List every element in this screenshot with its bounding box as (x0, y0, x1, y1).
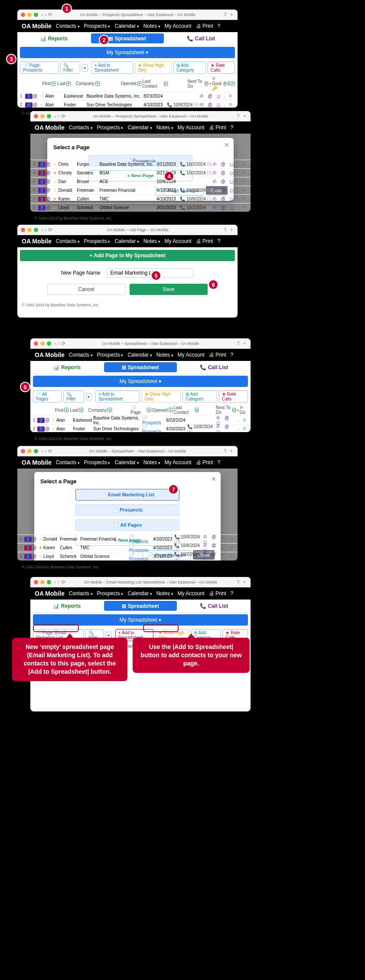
step-6: 6 (208, 279, 218, 290)
hint-left: New ‘empty’ spreadsheet page (Email Mark… (12, 638, 127, 681)
table-row[interactable]: 8👤@☆LloydSchenckOrbital Science3/21/2023… (30, 203, 251, 212)
new-page-label: New Page Name (61, 270, 101, 276)
grid-rows: 1👤@☆AlanEastwoodBaseline Data Systems, I… (17, 92, 238, 108)
step-3: 3 (6, 54, 16, 64)
close-icon[interactable]: ✕ (211, 475, 216, 482)
tab-reports[interactable]: 📊 Reports (17, 32, 91, 45)
modal-opt-allpages[interactable]: 📄 All Pages (75, 519, 179, 531)
my-spreadsheet-bar[interactable]: My Spreadsheet ▾ (33, 376, 248, 387)
modal-title: Select a Page (40, 478, 215, 485)
col-dollar[interactable]: $ (227, 81, 230, 86)
window-title: OA Mobile – Spreadsheet – Alan Eastwood … (65, 341, 236, 346)
table-row[interactable]: 7👤@★KarenCullenTMC📄 Prospects4/10/2023📞 … (17, 543, 238, 552)
grid-header: First Last Company 📄 Page Opened Last Co… (30, 404, 251, 416)
add-category-button[interactable]: ⊞ Add Category (173, 62, 206, 74)
tab-calllist[interactable]: 📞 Call List (177, 600, 251, 612)
window-title: OA Mobile – Prospects Spreadsheet – Alan… (65, 114, 236, 118)
toolbar: 📄 Page: Prospects 🔍 Filter ▾ + Add to Sp… (17, 60, 238, 75)
titlebar: ‹ › ⟳ OA Mobile – Spreadsheet – Alan Eas… (17, 446, 238, 456)
tab-spreadsheet[interactable]: ⊞ Spreadsheet (104, 362, 177, 372)
add-to-spreadsheet-button[interactable]: + Add to Spreadsheet (91, 62, 133, 74)
step-5: 5 (151, 270, 161, 281)
app-menubar[interactable]: OA Mobile ContactsProspects CalendarNote… (30, 349, 251, 361)
app-menubar: OA Mobile ContactsProspects CalendarNote… (17, 456, 238, 469)
col-first[interactable]: First (42, 81, 50, 86)
menu-calendar[interactable]: Calendar (114, 23, 139, 29)
titlebar: ‹ › ⟳ OA Mobile – Spreadsheet – Alan Eas… (30, 338, 251, 349)
page-selector[interactable]: 📄 Page: Prospects (20, 62, 59, 74)
app-menubar[interactable]: OA Mobile ContactsProspects CalendarNote… (30, 587, 251, 600)
menu-print[interactable]: 🖨 Print (196, 23, 213, 29)
filter-dropdown[interactable]: ▾ (82, 64, 88, 72)
cancel-button[interactable]: Cancel (47, 284, 125, 295)
table-row[interactable]: 3👤@☆ChrisFurgisBaseline Data Systems, In… (30, 160, 251, 168)
filter-dropdown[interactable]: ▾ (86, 393, 92, 400)
window-title: OA Mobile – Add Page – OA Mobile (52, 228, 223, 232)
modal-opt-prospects[interactable]: 📄 Prospects (75, 504, 179, 516)
table-row[interactable]: 7👤@★KarenCullenTMC4/10/2023📞 10/8/2024 (… (30, 194, 251, 203)
menu-myaccount[interactable]: My Account (165, 23, 192, 29)
filter-button[interactable]: 🔍 Filter (63, 390, 84, 403)
menu-help[interactable]: ? (218, 23, 221, 29)
hint-right: Use the |Add to Spreadsheet| button to a… (133, 638, 250, 673)
step-4: 4 (164, 171, 174, 181)
tab-spreadsheet[interactable]: ⊞ Spreadsheet (104, 601, 177, 611)
col-last[interactable]: Last (57, 81, 65, 86)
add-to-spreadsheet-button[interactable]: + Add to Spreadsheet (95, 390, 140, 403)
tab-calllist[interactable]: 📞 Call List (164, 32, 238, 45)
brand: OA Mobile (22, 23, 52, 29)
browser-nav: ‹ › ⟳ (42, 12, 52, 18)
filter-button[interactable]: 🔍 Filter (60, 62, 80, 74)
titlebar: ‹ › ⟳ OA Mobile – Email Marketing List S… (30, 577, 251, 587)
modal-opt-eml[interactable]: 📄 Email Marketing List (75, 489, 179, 501)
table-row[interactable]: 8👤@☆LloydSchenckOrbital Science📄 Prospec… (17, 552, 238, 560)
table-row[interactable]: 4👤@★ChristySandersBGM3/21/2023📞 10/2/202… (30, 168, 251, 177)
copyright: © 1991-2024 by Baseline Data Systems, In… (30, 213, 117, 224)
table-row[interactable]: 2👤@☆AlanFosterSun Drive Technologies📄 Pr… (30, 424, 251, 432)
window-title: OA Mobile – Prospects Spreadsheet – Alan… (52, 13, 223, 17)
new-page-form: New Page Name (17, 264, 238, 282)
menu-contacts[interactable]: Contacts (56, 23, 80, 29)
col-nexttodo[interactable]: Next To Do (187, 79, 204, 88)
window-title: OA Mobile – Email Marketing List Spreads… (65, 580, 236, 584)
my-spreadsheet-bar[interactable]: My Spreadsheet ▾ (33, 614, 248, 626)
save-button[interactable]: Save (130, 284, 208, 295)
copyright: © 1991-2024 by Baseline Data Systems, In… (17, 561, 104, 573)
menu-prospects[interactable]: Prospects (84, 23, 111, 29)
table-row[interactable]: 5👤@☆DanBrosieACE10/8/2024 ✆ @ ◻↓🏳Sell 6 … (30, 177, 251, 186)
rate-calls-button[interactable]: ★ Rate Calls (208, 62, 235, 74)
titlebar: ‹ › ⟳ OA Mobile – Prospects Spreadsheet … (30, 111, 251, 121)
app-menubar: OA Mobile ContactsProspects CalendarNote… (30, 121, 251, 134)
show-high-only-button[interactable]: ★ Show High Only (135, 62, 172, 74)
col-goal[interactable]: 🏳 Goal 🔑 (212, 76, 223, 91)
my-spreadsheet-bar[interactable]: My Spreadsheet ▾ (20, 47, 235, 58)
col-company[interactable]: Company (76, 81, 95, 86)
step-1: 1 (62, 3, 72, 14)
table-row[interactable]: 6👤@☆DonaldFreemanFreeman Financial📄 Pros… (17, 534, 238, 543)
window-title: OA Mobile – Spreadsheet – Alan Eastwood … (52, 449, 223, 453)
add-page-header: + Add Page to My Spreadsheet (20, 250, 235, 261)
tab-reports[interactable]: 📊 Reports (30, 361, 104, 374)
tab-reports[interactable]: 📊 Reports (30, 600, 104, 612)
show-high-only-button[interactable]: ★ Show High Only (142, 390, 181, 403)
browser-tail: ⇪ ＋ (223, 11, 234, 18)
table-row[interactable]: 2👤@☆AlanFosterSun Drive Technologies4/10… (17, 100, 238, 108)
table-row[interactable]: 1👤@☆AlanEastwoodBaseline Data Systems, I… (17, 92, 238, 100)
col-opened[interactable]: Opened (121, 81, 137, 86)
col-lastcontact[interactable]: Last Contact (142, 79, 163, 88)
app-menubar[interactable]: OA Mobile Contacts Prospects Calendar No… (17, 20, 238, 32)
step-2: 2 (99, 35, 109, 45)
app-menubar[interactable]: OA Mobile ContactsProspects CalendarNote… (17, 235, 238, 247)
titlebar: ‹ › ⟳ OA Mobile – Prospects Spreadsheet … (17, 10, 238, 20)
close-icon[interactable]: ✕ (224, 141, 229, 148)
menu-notes[interactable]: Notes (143, 23, 160, 29)
page-selector[interactable]: 📄 All Pages (33, 390, 62, 403)
grid-rows: 1👤@☆AlanEastwoodBaseline Data Systems, I… (30, 416, 251, 432)
table-row[interactable]: 1👤@☆AlanEastwoodBaseline Data Systems, I… (30, 416, 251, 424)
add-category-button[interactable]: ⊞ Add Category (182, 390, 217, 403)
copyright: © 1991-2024 by Baseline Data Systems, In… (17, 299, 238, 311)
table-row[interactable]: 6👤@☆DonaldFreemanFreeman Financial4/10/2… (30, 186, 251, 194)
tab-calllist[interactable]: 📞 Call List (177, 361, 251, 374)
rate-calls-button[interactable]: ★ Rate Calls (219, 390, 248, 403)
step-7: 7 (168, 484, 179, 495)
